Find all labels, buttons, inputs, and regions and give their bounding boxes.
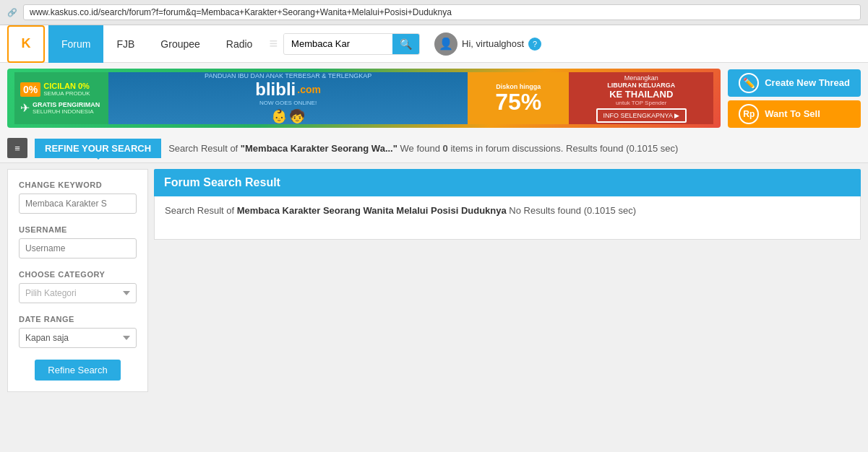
- want-to-sell-button[interactable]: Rp Want To Sell: [728, 100, 861, 128]
- user-greeting: Hi, virtualghost: [462, 38, 524, 49]
- action-buttons: ✏️ Create New Thread Rp Want To Sell: [728, 69, 861, 128]
- plane-icon: ✈: [20, 101, 30, 115]
- nav-fjb[interactable]: FJB: [103, 25, 147, 63]
- info-selengkapnya-btn[interactable]: INFO SELENGKAPNYA ▶: [596, 108, 687, 123]
- search-button[interactable]: 🔍: [392, 34, 419, 54]
- url-icon: 🔗: [7, 8, 17, 17]
- banner-right: Diskon hingga 75%: [468, 72, 569, 124]
- help-icon[interactable]: ?: [528, 38, 541, 51]
- url-bar[interactable]: www.kaskus.co.id/search/forum?f=forum&q=…: [23, 4, 861, 20]
- results-no-results: No Results found (0.1015 sec): [507, 205, 636, 216]
- now-goes: NOW GOES ONLINE!: [259, 100, 317, 106]
- url-text: www.kaskus.co.id/search/forum?f=forum&q=…: [30, 7, 452, 17]
- logo[interactable]: K: [7, 25, 45, 63]
- keyword-input[interactable]: [19, 194, 137, 214]
- result-prefix: Search Result of: [168, 143, 241, 154]
- baby-fair: 👶 🧒: [271, 108, 305, 124]
- tagline-top: PANDUAN IBU DAN ANAK TERBESAR & TERLENGK…: [205, 72, 371, 79]
- search-input[interactable]: [284, 34, 392, 53]
- search-result-topbar: ≡ REFINE YOUR SEARCH Search Result of "M…: [0, 134, 868, 163]
- child-icon: 🧒: [289, 108, 305, 124]
- list-icon[interactable]: ≡: [7, 138, 27, 158]
- nav-forum[interactable]: Forum: [48, 25, 103, 63]
- menangkan: Menangkan: [624, 74, 658, 82]
- banner-far-right: Menangkan LIBURAN KELUARGA KE THAILAND u…: [569, 72, 713, 124]
- result-suffix: items in forum discussions. Results foun…: [448, 143, 679, 154]
- navbar: K Forum FJB Groupee Radio ≡ 🔍 👤 Hi, virt…: [0, 25, 868, 63]
- date-range-label: DATE RANGE: [19, 315, 137, 323]
- date-range-section: DATE RANGE Kapan saja: [19, 315, 137, 348]
- ke-thailand: KE THAILAND: [609, 89, 673, 100]
- category-section: CHOOSE CATEGORY Pilih Kategori: [19, 270, 137, 303]
- results-query-full: Membaca Karakter Seorang Wanita Melalui …: [237, 205, 507, 216]
- brand-area: blibli .com: [255, 79, 321, 100]
- cicilan-badge: 0%: [20, 82, 40, 97]
- refine-sidebar: CHANGE KEYWORD USERNAME CHOOSE CATEGORY …: [7, 169, 148, 392]
- brand-name: blibli: [255, 79, 296, 100]
- username-section: USERNAME: [19, 225, 137, 258]
- untuk-spender: untuk TOP Spender: [616, 100, 666, 106]
- browser-bar: 🔗 www.kaskus.co.id/search/forum?f=forum&…: [0, 0, 868, 25]
- category-label: CHOOSE CATEGORY: [19, 270, 137, 279]
- diskon-pct: 75%: [495, 90, 541, 113]
- rp-icon: Rp: [739, 104, 759, 124]
- refine-btn-container: Refine Search: [19, 360, 137, 381]
- results-body: Search Result of Membaca Karakter Seoran…: [154, 196, 861, 240]
- banner-image: 0% CICILAN 0% SEMUA PRODUK ✈ GRATIS PENG…: [7, 69, 721, 128]
- liburan: LIBURAN KELUARGA: [607, 82, 675, 89]
- results-header: Forum Search Result: [154, 169, 861, 196]
- seluruh: SELURUH INDONESIA: [33, 108, 100, 115]
- pencil-icon: ✏️: [739, 73, 759, 93]
- refine-search-button[interactable]: Refine Search: [35, 360, 120, 381]
- banner-center: PANDUAN IBU DAN ANAK TERBESAR & TERLENGK…: [108, 72, 468, 124]
- no-results-text: Search Result of Membaca Karakter Seoran…: [165, 205, 850, 216]
- result-middle: We found: [398, 143, 443, 154]
- main-layout: CHANGE KEYWORD USERNAME CHOOSE CATEGORY …: [0, 163, 868, 398]
- banner-left: 0% CICILAN 0% SEMUA PRODUK ✈ GRATIS PENG…: [14, 72, 108, 124]
- result-query: "Membaca Karakter Seorang Wa...": [241, 143, 398, 154]
- brand-suffix: .com: [297, 84, 321, 95]
- search-result-text: Search Result of "Membaca Karakter Seora…: [168, 143, 678, 154]
- nav-divider-icon: ≡: [269, 35, 278, 52]
- category-select[interactable]: Pilih Kategori: [19, 283, 137, 303]
- cicilan-label: CICILAN 0%: [43, 82, 90, 90]
- username-input[interactable]: [19, 238, 137, 258]
- banner-area: 0% CICILAN 0% SEMUA PRODUK ✈ GRATIS PENG…: [0, 63, 868, 134]
- result-count: 0: [443, 143, 448, 154]
- semua-produk: SEMUA PRODUK: [43, 90, 90, 97]
- search-box: 🔍: [283, 33, 420, 55]
- username-label: USERNAME: [19, 225, 137, 234]
- results-panel: Forum Search Result Search Result of Mem…: [154, 169, 861, 240]
- date-range-select[interactable]: Kapan saja: [19, 328, 137, 348]
- baby-icon: 👶: [271, 108, 287, 124]
- nav-radio[interactable]: Radio: [213, 25, 266, 63]
- user-area: 👤 Hi, virtualghost ?: [434, 32, 541, 56]
- keyword-label: CHANGE KEYWORD: [19, 181, 137, 189]
- create-thread-button[interactable]: ✏️ Create New Thread: [728, 69, 861, 97]
- refine-your-search-button[interactable]: REFINE YOUR SEARCH: [35, 139, 161, 158]
- keyword-section: CHANGE KEYWORD: [19, 181, 137, 214]
- avatar: 👤: [434, 32, 457, 56]
- gratis-label: GRATIS PENGIRIMAN: [33, 101, 100, 108]
- nav-groupee[interactable]: Groupee: [147, 25, 212, 63]
- results-body-prefix: Search Result of: [165, 205, 237, 216]
